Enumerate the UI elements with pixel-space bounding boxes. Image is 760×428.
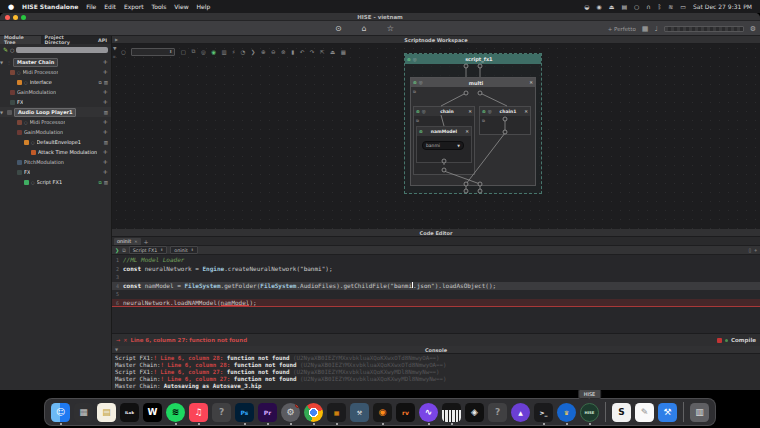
bypass-icon[interactable]: ○ [17,70,21,75]
dock-calculator[interactable]: ▦ [327,403,346,422]
add-parameter-icon[interactable]: ⧉ [416,118,419,123]
dock-notes[interactable]: ▤ [97,403,116,422]
dock-photoshop[interactable]: Ps [235,403,254,422]
parameter-icon[interactable]: ♯ [232,49,235,55]
delete-icon[interactable]: ▥ [104,80,108,85]
dock-music[interactable]: ♫ [189,403,208,422]
collapse-icon[interactable]: ▼ [0,110,5,115]
node-power-icon[interactable]: ⊙ [407,57,411,62]
headphones-icon[interactable]: ∩ [646,3,650,10]
preset-label[interactable]: + Perfetto [608,26,636,32]
dock-s-app[interactable]: S [612,403,631,422]
tab-api[interactable]: API [94,36,111,44]
clear-error-icon[interactable]: ✕ [123,337,127,343]
find-icon[interactable]: ⌖ [754,247,757,254]
tree-row-audio-loop-player[interactable]: ▼ Audio Loop Player1 ▥ [0,107,111,117]
run-icon[interactable]: ❯ [115,247,119,253]
tree-row-midi-processor-2[interactable]: ○ Midi Processor + [0,117,111,127]
tree-row-fx-2[interactable]: FX + [0,167,111,177]
dock-finder[interactable]: ☺ [51,403,70,422]
redo-icon[interactable]: ↷ [310,49,315,55]
node-power-icon[interactable]: ⊙ [482,109,486,114]
module-label[interactable]: GainModulation [17,89,56,95]
console-filter-icon[interactable]: ▼ [115,346,118,354]
node-nam-model[interactable]: ⊙ namModel ✕ banmi ▼ [416,126,472,163]
tree-row-pitch-modulation[interactable]: PitchModulation + [0,157,111,167]
model-select-dropdown[interactable]: banmi ▼ [422,141,464,150]
dock-installer-app[interactable]: ⚒ [658,403,677,422]
close-tab-icon[interactable]: ✕ [134,239,137,244]
add-module-button[interactable]: + [103,119,108,125]
probe-icon[interactable]: ⊖ [271,49,276,55]
dock-ilok[interactable]: iLok [120,403,139,422]
dock-crown-app[interactable]: ♛ [557,403,576,422]
scriptnode-canvas[interactable]: ▼ ⌗ ○ ⬍ ▢ ⧉ ◎ ◉ ▥ ♯ ◔ ❯ ⊕ [112,44,760,229]
menu-clock[interactable]: Sat Dec 27 9:31 PM [693,3,752,10]
node-bypass-icon[interactable]: ◎ [422,109,426,114]
add-module-button[interactable]: + [103,129,108,135]
menu-help[interactable]: Help [197,3,211,10]
module-label[interactable]: Midi Processor [30,119,66,125]
dock-system-settings[interactable]: ⚙ [281,403,300,422]
display-icon[interactable]: ▤ [621,3,627,10]
tree-row-default-envelope[interactable]: ○ DefaultEnvelope1 ▥ [0,137,111,147]
module-label[interactable]: Audio Loop Player1 [14,108,76,117]
node-close-icon[interactable]: ✕ [465,129,469,134]
dock-utility-app[interactable]: ⚒ [350,403,369,422]
node-chain1[interactable]: ⊙ ◎ chain1 ✕ ⧉ [479,106,531,135]
module-label[interactable]: PitchModulation [24,159,64,165]
gear-icon[interactable]: ⚙ [750,25,756,33]
open-in-window-icon[interactable]: ⧉ [99,80,102,85]
bypass-icon[interactable]: ○ [24,120,28,125]
location-icon[interactable]: ◒ [584,3,589,10]
goto-error-icon[interactable]: → [116,337,120,343]
add-parameter-icon[interactable]: ⧉ [413,89,416,94]
bypass-icon[interactable]: ○ [31,180,35,185]
node-power-icon[interactable]: ⊙ [419,129,423,134]
tree-row-midi-processor[interactable]: ○ Midi Processor + [0,67,111,77]
power-icon[interactable]: ◉ [211,49,216,55]
tree-row-attack-time-modulation[interactable]: Attack Time Modulation + [0,147,111,157]
node-power-icon[interactable]: ⊙ [413,80,417,85]
node-close-icon[interactable]: ✕ [468,109,472,114]
menu-view[interactable]: View [174,3,188,10]
menu-tools[interactable]: Tools [152,3,167,10]
node-close-icon[interactable]: ✕ [524,109,528,114]
add-module-button[interactable]: + [103,159,108,165]
dock-rv-app[interactable]: rv [396,403,415,422]
bypass-icon[interactable]: ◎ [201,49,206,55]
dock-missing-app-2[interactable]: ? [488,403,507,422]
collapse-icon[interactable]: ▼ [0,60,5,65]
add-module-button[interactable]: + [103,169,108,175]
module-label[interactable]: GainModulation [24,129,63,135]
copy-icon[interactable]: ⧉ [192,48,196,55]
grid-icon[interactable]: ▦ [341,49,346,55]
filter-icon[interactable]: ▼ [113,46,116,51]
module-label[interactable]: Master Chain [13,58,58,67]
menu-export[interactable]: Export [124,3,144,10]
code-area[interactable]: 1 //ML Model Loader 2 const neuralNetwor… [112,255,760,333]
module-label[interactable]: FX [24,169,30,175]
new-tab-button[interactable]: + [144,238,149,245]
tree-row-master-chain[interactable]: ▼ ⋮ Master Chain + [0,57,111,67]
mixer-icon[interactable]: ▥ [222,49,227,55]
dock-spotify[interactable]: ≋ [166,403,185,422]
dock-serum[interactable]: ◈ [465,403,484,422]
profile-icon[interactable]: ◔ [240,49,245,55]
module-label[interactable]: Midi Processor [23,69,59,75]
dock-launchpad[interactable]: ▦ [74,403,93,422]
delete-icon[interactable]: ▥ [104,180,108,185]
tab-module-tree[interactable]: Module Tree [0,36,41,44]
add-module-button[interactable]: + [103,69,108,75]
dock-missing-app[interactable]: ? [212,403,231,422]
comment-icon[interactable]: ❯ [251,49,256,55]
node-select-dropdown[interactable]: ⬍ [131,48,175,56]
expand-icon[interactable]: ▶ [115,36,118,44]
snap-grid-icon[interactable]: ⌗ [113,54,116,59]
keyboard-panel-icon[interactable]: ▦ [642,25,649,33]
tree-row-interface[interactable]: ○ Interface ⧉ ▥ [0,77,111,87]
menu-app-name[interactable]: HISE Standalone [22,3,78,10]
breadcrumb-script-fx1[interactable]: Script FX1 ⬍ [129,246,167,254]
module-label[interactable]: DefaultEnvelope1 [37,139,82,145]
add-node-icon[interactable]: ⊕ [261,49,266,55]
